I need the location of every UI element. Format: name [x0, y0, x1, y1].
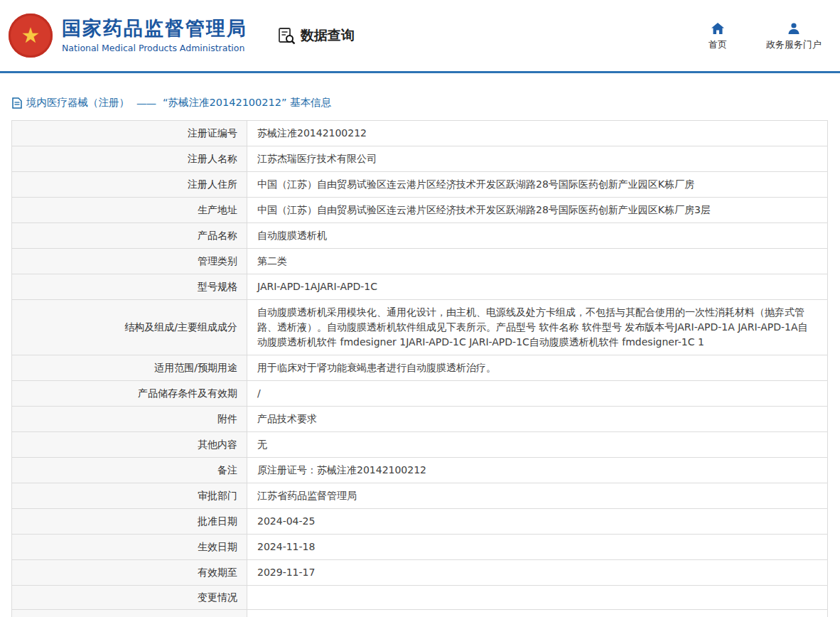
table-row: 批准日期2024-04-25	[12, 509, 828, 535]
row-label-text: 注册证编号	[188, 127, 237, 139]
table-row: 注册人住所中国（江苏）自由贸易试验区连云港片区经济技术开发区跃湖路28号国际医药…	[12, 172, 828, 198]
row-label-text: 注册人住所	[188, 178, 237, 190]
table-row: 变更情况	[12, 586, 828, 610]
row-label-text: 适用范围/预期用途	[154, 362, 237, 373]
table-row: 生效日期2024-11-18	[12, 535, 828, 560]
emblem-star-icon: ★	[21, 25, 41, 46]
row-value: 产品技术要求	[247, 407, 828, 432]
breadcrumb-section[interactable]: 境内医疗器械（注册）	[26, 96, 129, 109]
row-label: 注册人名称	[12, 146, 247, 172]
row-value: 2024-04-25	[247, 509, 828, 535]
row-label-text: 生效日期	[198, 541, 237, 552]
table-row: 适用范围/预期用途用于临床对于肾功能衰竭患者进行自动腹膜透析治疗。	[12, 355, 828, 381]
row-label-text: 审批部门	[198, 490, 237, 501]
row-label: 变更情况	[12, 586, 247, 610]
document-search-icon	[277, 26, 296, 45]
row-label: 备注	[12, 458, 247, 483]
nav-item-home[interactable]: 首页	[701, 21, 735, 51]
row-label: 管理类别	[12, 249, 247, 274]
row-label: 产品名称	[12, 223, 247, 249]
home-icon	[711, 21, 725, 35]
row-label-text: 产品名称	[198, 230, 237, 241]
table-row: 审批部门江苏省药品监督管理局	[12, 483, 828, 509]
row-value: 江苏省药品监督管理局	[247, 483, 828, 509]
row-label: 注册证编号	[12, 121, 247, 146]
row-value: JARI-APD-1AJARI-APD-1C	[247, 274, 828, 300]
row-value: 中国（江苏）自由贸易试验区连云港片区经济技术开发区跃湖路28号国际医药创新产业园…	[247, 172, 828, 198]
row-label: 审批部门	[12, 483, 247, 509]
table-row: 其他内容无	[12, 432, 828, 458]
row-label-text: 其他内容	[198, 439, 237, 450]
org-name-cn: 国家药品监督管理局	[62, 18, 247, 39]
national-emblem-icon: ★	[9, 14, 53, 58]
row-value: 自动腹膜透析机采用模块化、通用化设计，由主机、电源线及处方卡组成，不包括与其配合…	[247, 300, 828, 355]
row-label: 附件	[12, 407, 247, 432]
row-label-text: 注册人名称	[188, 153, 237, 164]
row-label-text: 产品储存条件及有效期	[138, 387, 237, 399]
row-label-text: 备注	[217, 464, 237, 476]
row-label-text: 生产地址	[198, 204, 237, 215]
row-label: 产品储存条件及有效期	[12, 381, 247, 407]
row-label-text: 管理类别	[198, 255, 237, 267]
table-row: 注册证编号苏械注准20142100212	[12, 121, 828, 146]
org-name-en: National Medical Products Administration	[62, 43, 247, 53]
nav-portal-label: 政务服务门户	[766, 38, 822, 51]
row-value: /	[247, 381, 828, 407]
table-row: 注册人名称江苏杰瑞医疗技术有限公司	[12, 146, 828, 172]
table-row: 有效期至2029-11-17	[12, 560, 828, 586]
row-label: 生产地址	[12, 198, 247, 223]
row-value: 无	[247, 432, 828, 458]
page-icon	[12, 97, 22, 109]
row-label-text: 附件	[217, 413, 237, 424]
breadcrumb: 境内医疗器械（注册） —— “苏械注准20142100212” 基本信息	[12, 96, 828, 109]
row-value: 2029-11-17	[247, 560, 828, 586]
row-label: 结构及组成/主要组成成分	[12, 300, 247, 355]
table-row: 附件产品技术要求	[12, 407, 828, 432]
nav-home-label: 首页	[709, 38, 727, 51]
row-value: 原注册证号：苏械注准20142100212	[247, 458, 828, 483]
row-label: 注	[12, 610, 247, 617]
row-label: 生效日期	[12, 535, 247, 560]
row-label: 批准日期	[12, 509, 247, 535]
nav-item-portal[interactable]: 政务服务门户	[766, 21, 822, 51]
row-label-text: 变更情况	[198, 591, 237, 603]
row-value	[247, 586, 828, 610]
row-label: 其他内容	[12, 432, 247, 458]
table-row: 注详情	[12, 610, 828, 617]
row-label: 适用范围/预期用途	[12, 355, 247, 381]
row-value: 自动腹膜透析机	[247, 223, 828, 249]
row-label: 有效期至	[12, 560, 247, 586]
table-row: 型号规格JARI-APD-1AJARI-APD-1C	[12, 274, 828, 300]
data-query-tab[interactable]: 数据查询	[277, 26, 355, 45]
header: ★ 国家药品监督管理局 National Medical Products Ad…	[0, 0, 840, 71]
table-row: 结构及组成/主要组成成分自动腹膜透析机采用模块化、通用化设计，由主机、电源线及处…	[12, 300, 828, 355]
row-value: 江苏杰瑞医疗技术有限公司	[247, 146, 828, 172]
top-nav: 首页 政务服务门户	[701, 21, 822, 51]
row-label-text: 型号规格	[198, 281, 237, 292]
table-row: 备注原注册证号：苏械注准20142100212	[12, 458, 828, 483]
row-label-text: 有效期至	[198, 567, 237, 578]
header-divider	[0, 71, 840, 73]
row-label-text: 结构及组成/主要组成成分	[124, 321, 237, 333]
user-icon	[787, 21, 800, 35]
row-label: 型号规格	[12, 274, 247, 300]
row-value: 苏械注准20142100212	[247, 121, 828, 146]
row-value: 第二类	[247, 249, 828, 274]
table-row: 管理类别第二类	[12, 249, 828, 274]
breadcrumb-dash: ——	[136, 97, 156, 109]
row-value: 用于临床对于肾功能衰竭患者进行自动腹膜透析治疗。	[247, 355, 828, 381]
data-query-label: 数据查询	[301, 26, 355, 45]
row-label-text: 批准日期	[198, 515, 237, 527]
info-table: 注册证编号苏械注准20142100212注册人名称江苏杰瑞医疗技术有限公司注册人…	[11, 120, 828, 617]
table-row: 产品名称自动腹膜透析机	[12, 223, 828, 249]
row-label: 注册人住所	[12, 172, 247, 198]
row-value: 2024-11-18	[247, 535, 828, 560]
org-title-block: 国家药品监督管理局 National Medical Products Admi…	[62, 18, 247, 53]
table-row: 产品储存条件及有效期/	[12, 381, 828, 407]
row-value: 详情	[247, 610, 828, 617]
page-title: “苏械注准20142100212” 基本信息	[163, 96, 331, 109]
table-row: 生产地址中国（江苏）自由贸易试验区连云港片区经济技术开发区跃湖路28号国际医药创…	[12, 198, 828, 223]
row-value: 中国（江苏）自由贸易试验区连云港片区经济技术开发区跃湖路28号国际医药创新产业园…	[247, 198, 828, 223]
